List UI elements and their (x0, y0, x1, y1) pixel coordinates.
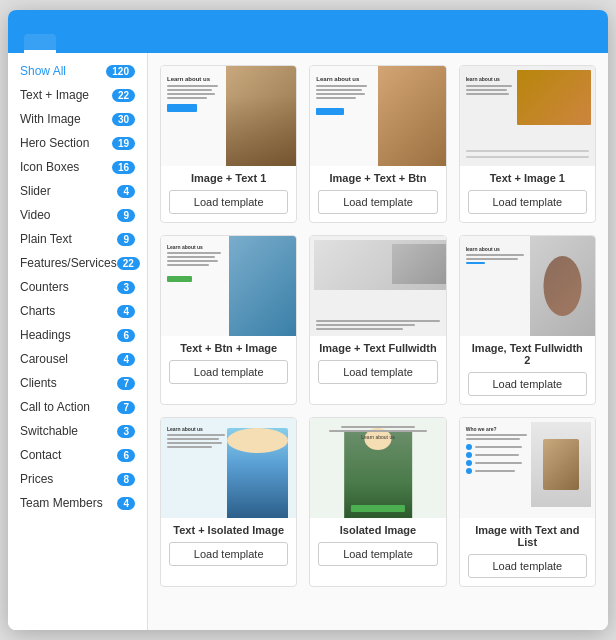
sidebar-item-team-members[interactable]: Team Members4 (8, 491, 147, 515)
sidebar-item-label: Plain Text (20, 232, 72, 246)
sidebar-item-count: 3 (117, 281, 135, 294)
template-thumbnail: Learn about us (161, 236, 296, 336)
load-template-button[interactable]: Load template (468, 190, 587, 214)
load-template-button[interactable]: Load template (468, 554, 587, 578)
sidebar-item-count: 9 (117, 233, 135, 246)
sidebar-item-count: 4 (117, 353, 135, 366)
sidebar-item-switchable[interactable]: Switchable3 (8, 419, 147, 443)
sidebar-item-count: 3 (117, 425, 135, 438)
sidebar-item-charts[interactable]: Charts4 (8, 299, 147, 323)
tab-my-templates[interactable] (56, 34, 88, 53)
sidebar-item-features-services[interactable]: Features/Services22 (8, 251, 147, 275)
template-name: Image + Text Fullwidth (318, 342, 437, 354)
sidebar-item-icon-boxes[interactable]: Icon Boxes16 (8, 155, 147, 179)
sidebar-item-label: Contact (20, 448, 61, 462)
template-card-9: Who we are? (459, 417, 596, 587)
template-thumbnail: Learn about us (310, 418, 445, 518)
tab-engage[interactable] (24, 34, 56, 53)
sidebar-item-count: 7 (117, 377, 135, 390)
sidebar-item-count: 6 (117, 329, 135, 342)
template-thumbnail: learn about us (460, 66, 595, 166)
sidebar-item-count: 19 (112, 137, 135, 150)
sidebar-item-label: Show All (20, 64, 66, 78)
sidebar-item-count: 30 (112, 113, 135, 126)
minimize-button[interactable] (566, 20, 574, 24)
template-thumbnail (310, 236, 445, 336)
sidebar-item-label: Prices (20, 472, 53, 486)
load-template-button[interactable]: Load template (318, 190, 437, 214)
sidebar-item-text---image[interactable]: Text + Image22 (8, 83, 147, 107)
template-content: Learn about us Image + Text 1Load templa… (148, 53, 608, 630)
sidebar-item-label: Carousel (20, 352, 68, 366)
load-template-button[interactable]: Load template (318, 542, 437, 566)
load-template-button[interactable]: Load template (169, 542, 288, 566)
template-info: Text + Image 1Load template (460, 166, 595, 222)
sidebar-item-count: 16 (112, 161, 135, 174)
template-name: Image, Text Fullwidth 2 (468, 342, 587, 366)
sidebar-item-headings[interactable]: Headings6 (8, 323, 147, 347)
template-name: Text + Btn + Image (169, 342, 288, 354)
template-card-3: learn about us Text + Image 1Load templa… (459, 65, 596, 223)
sidebar-item-label: Counters (20, 280, 69, 294)
sidebar-item-label: Headings (20, 328, 71, 342)
template-thumbnail: Learn about us (161, 418, 296, 518)
sidebar-item-video[interactable]: Video9 (8, 203, 147, 227)
sidebar-item-count: 4 (117, 185, 135, 198)
template-info: Text + Isolated ImageLoad template (161, 518, 296, 574)
template-info: Image + Text FullwidthLoad template (310, 336, 445, 392)
sidebar-item-hero-section[interactable]: Hero Section19 (8, 131, 147, 155)
template-card-4: Learn about us Text + Btn + ImageLoad te… (160, 235, 297, 405)
template-thumbnail: Learn about us (310, 66, 445, 166)
sidebar-item-label: Video (20, 208, 50, 222)
sidebar-item-label: Text + Image (20, 88, 89, 102)
load-template-button[interactable]: Load template (169, 190, 288, 214)
template-thumbnail: Learn about us (161, 66, 296, 166)
sidebar-item-clients[interactable]: Clients7 (8, 371, 147, 395)
sidebar-item-count: 4 (117, 305, 135, 318)
template-info: Isolated ImageLoad template (310, 518, 445, 574)
template-info: Image, Text Fullwidth 2Load template (460, 336, 595, 404)
sidebar-item-count: 8 (117, 473, 135, 486)
sidebar-item-label: Charts (20, 304, 55, 318)
sidebar-item-count: 4 (117, 497, 135, 510)
sidebar-item-label: Features/Services (20, 256, 117, 270)
template-card-7: Learn about us Text + Isolated ImageLoad… (160, 417, 297, 587)
load-template-button[interactable]: Load template (468, 372, 587, 396)
template-info: Image + Text 1Load template (161, 166, 296, 222)
template-thumbnail: learn about us (460, 236, 595, 336)
sidebar-item-prices[interactable]: Prices8 (8, 467, 147, 491)
template-name: Image + Text + Btn (318, 172, 437, 184)
sidebar-item-with-image[interactable]: With Image30 (8, 107, 147, 131)
templates-modal: Show All120Text + Image22With Image30Her… (8, 10, 608, 630)
sidebar-item-label: Switchable (20, 424, 78, 438)
tab-template-library[interactable] (88, 34, 120, 53)
sidebar-item-call-to-action[interactable]: Call to Action7 (8, 395, 147, 419)
load-template-button[interactable]: Load template (169, 360, 288, 384)
template-name: Image with Text and List (468, 524, 587, 548)
template-name: Text + Image 1 (468, 172, 587, 184)
template-card-5: Image + Text FullwidthLoad template (309, 235, 446, 405)
sidebar-item-label: Slider (20, 184, 51, 198)
sidebar-item-label: With Image (20, 112, 81, 126)
template-grid: Learn about us Image + Text 1Load templa… (160, 65, 596, 587)
sidebar-item-label: Clients (20, 376, 57, 390)
sidebar-item-label: Icon Boxes (20, 160, 79, 174)
sidebar-item-slider[interactable]: Slider4 (8, 179, 147, 203)
load-template-button[interactable]: Load template (318, 360, 437, 384)
modal-body: Show All120Text + Image22With Image30Her… (8, 53, 608, 630)
sidebar-item-contact[interactable]: Contact6 (8, 443, 147, 467)
sidebar-item-carousel[interactable]: Carousel4 (8, 347, 147, 371)
sidebar: Show All120Text + Image22With Image30Her… (8, 53, 148, 630)
sidebar-item-count: 9 (117, 209, 135, 222)
sidebar-item-label: Hero Section (20, 136, 89, 150)
sidebar-item-counters[interactable]: Counters3 (8, 275, 147, 299)
sidebar-item-count: 120 (106, 65, 135, 78)
tabs-bar (8, 34, 608, 53)
sidebar-item-plain-text[interactable]: Plain Text9 (8, 227, 147, 251)
template-card-1: Learn about us Image + Text 1Load templa… (160, 65, 297, 223)
header-controls (566, 20, 592, 24)
sidebar-item-show-all[interactable]: Show All120 (8, 59, 147, 83)
template-info: Image + Text + BtnLoad template (310, 166, 445, 222)
template-name: Text + Isolated Image (169, 524, 288, 536)
close-button[interactable] (584, 20, 592, 24)
